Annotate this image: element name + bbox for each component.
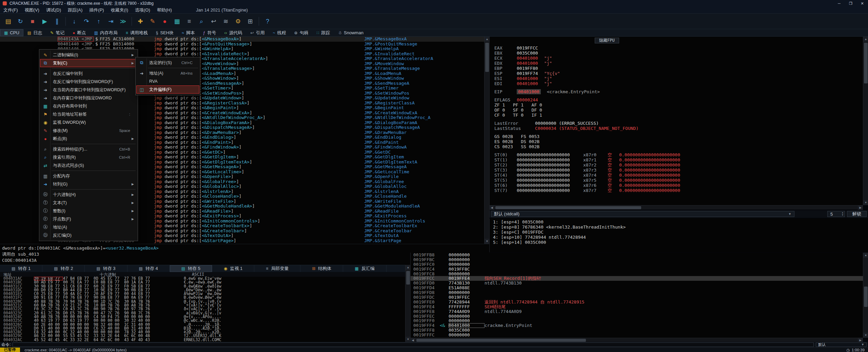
- disasm-scrollbar[interactable]: ▲ ▼: [484, 37, 489, 244]
- fpu-register-row[interactable]: ST(2) 00000000000000000000 x87r2 空 0.000…: [494, 162, 863, 168]
- view-tab[interactable]: ‹› 源代码: [220, 29, 246, 36]
- fpu-register-row[interactable]: ST(6) 00000000000000000000 x87r6 空 0.000…: [494, 183, 863, 188]
- menu-item[interactable]: 调试(D): [43, 7, 64, 13]
- register-row-eflags[interactable]: EFLAGS 00000244: [494, 97, 863, 102]
- submenu-item[interactable]: ➜ 地址(A) Alt+Ins: [136, 69, 199, 77]
- menu-item[interactable]: 选项(O): [132, 7, 154, 13]
- view-tab[interactable]: ▥ 内存布局: [90, 29, 121, 36]
- scroll-thumb[interactable]: [406, 271, 410, 285]
- view-tab[interactable]: ≡ 调用堆栈: [122, 29, 152, 36]
- context-menu-item[interactable]: ⇄ 与表达式同步(S) ▶: [40, 161, 137, 170]
- toolbar-button[interactable]: ↷: [81, 16, 92, 27]
- toolbar-button[interactable]: ▦: [171, 16, 183, 27]
- dump-tab[interactable]: ▤ 转存 5: [170, 265, 212, 272]
- stack-row[interactable]: 0019FFFC 00000000: [411, 333, 863, 337]
- toolbar-button[interactable]: [259, 17, 259, 26]
- scroll-up-icon[interactable]: ▲: [863, 37, 868, 42]
- fpu-register-row[interactable]: ST(0) 00000000000000000000 x87r0 空 0.000…: [494, 152, 863, 157]
- minimize-button[interactable]: ─: [833, 0, 845, 7]
- scroll-right-icon[interactable]: ▶: [858, 206, 863, 210]
- view-tab[interactable]: ≈ 脚本: [178, 29, 199, 36]
- dump-tab[interactable]: ▦ 反汇编: [343, 265, 386, 272]
- register-row[interactable]: ESI 00401000 "j": [494, 76, 863, 81]
- maximize-button[interactable]: ❐: [845, 0, 856, 7]
- context-menu-item[interactable]: Ⓕ 浮点数(F) ▶: [40, 215, 137, 223]
- dump-tab[interactable]: ▤ 转存 2: [42, 265, 85, 272]
- toolbar-button[interactable]: ⌕: [196, 16, 207, 27]
- menu-item[interactable]: 插件(P): [86, 7, 107, 13]
- context-menu-item[interactable]: ⌕ 搜索四种特征(F)... Ctrl+B ▶: [40, 145, 137, 153]
- context-menu-item[interactable]: ● 断点(B) ▶: [40, 135, 137, 143]
- argument-row[interactable]: 5: [esp+14] 0035C000: [493, 240, 868, 245]
- registers-hscrollbar[interactable]: ◀ ▶: [489, 205, 863, 210]
- context-menu-item[interactable]: ✎ 修改(M) Space ▶: [40, 126, 137, 135]
- fpu-register-row[interactable]: ST(1) 00000000000000000000 x87r1 空 0.000…: [494, 157, 863, 162]
- scroll-down-icon[interactable]: ▼: [406, 337, 411, 342]
- flag-row[interactable]: OF 0 SF 0 DF 0: [494, 107, 863, 113]
- stack-row[interactable]: 0019FFE8 7744A0D9 ntdll.7744A0D9: [411, 309, 863, 314]
- stack-row[interactable]: 0019FFDC 0019FFEC: [411, 295, 863, 300]
- toolbar-button[interactable]: ∥: [51, 16, 63, 27]
- toolbar-button[interactable]: ⊞: [244, 16, 256, 27]
- stack-row[interactable]: 0019FFD0 7743B130 ntdll.7743B130: [411, 281, 863, 286]
- fpu-register-row[interactable]: ST(5) 00000000000000000000 x87r5 空 0.000…: [494, 178, 863, 183]
- stack-row[interactable]: 0019FFC4 0019FF8C: [411, 267, 863, 272]
- dump-tab[interactable]: ≡ 局部变量: [254, 265, 300, 272]
- dump-tab[interactable]: ⊞ 结构体: [300, 265, 343, 272]
- context-menu-item[interactable]: ➜ 转到(G) ▶: [40, 180, 137, 188]
- register-row[interactable]: EDI 00401000 "j": [494, 81, 863, 86]
- fpu-register-row[interactable]: ST(3) 00000000000000000000 x87r3 空 0.000…: [494, 168, 863, 173]
- register-row[interactable]: EDX 00401000 "j": [494, 61, 863, 66]
- fpu-register-row[interactable]: ST(4) 00000000000000000000 x87r4 空 0.000…: [494, 173, 863, 178]
- toolbar-button[interactable]: ↻: [15, 16, 26, 27]
- segment-row[interactable]: GS 002B FS 0053: [494, 134, 863, 139]
- argument-row[interactable]: 4: [esp+10] 77428944 ntdll.77428944: [493, 235, 868, 240]
- menu-item[interactable]: 帮助(H): [154, 7, 175, 13]
- stack-row[interactable]: 0019FFBC 00000000: [411, 257, 863, 262]
- disasm-row[interactable]: 0040143A <JMP.&MessageBoxA> $ FF25 AC314…: [0, 37, 484, 42]
- dump-tab[interactable]: ▤ 转存 1: [0, 265, 42, 272]
- stack-row[interactable]: 0019FFF4 <& 00401000 crackme.EntryPoint: [411, 323, 863, 328]
- stack-row[interactable]: 0019FFE4 FFFFFFFF SEH链结尾: [411, 305, 863, 309]
- registers-scrollbar[interactable]: ▲ ▼: [863, 37, 868, 205]
- stack-row[interactable]: 0019FFD4 E51A088E: [411, 286, 863, 290]
- dump-scrollbar[interactable]: ▲ ▼: [405, 265, 410, 342]
- command-parser-select[interactable]: 默认▼: [816, 343, 867, 347]
- menu-item[interactable]: 视图(V): [21, 7, 43, 13]
- scroll-down-icon[interactable]: ▼: [863, 200, 868, 205]
- stack-row[interactable]: 0019FFF0 00000000: [411, 318, 863, 323]
- toolbar-button[interactable]: ▶: [39, 16, 51, 27]
- register-row[interactable]: ESP 0019FF74 "Yç{v": [494, 71, 863, 76]
- argument-row[interactable]: 2: [esp+8] 76786340 <kernel32.BaseThread…: [493, 224, 868, 230]
- view-tab[interactable]: ▤ 日志: [23, 29, 46, 36]
- dump-tab[interactable]: ▤ 转存 4: [127, 265, 170, 272]
- scroll-up-icon[interactable]: ▲: [863, 253, 868, 258]
- context-menu-item[interactable]: Ⓘ 整数(I) ▶: [40, 207, 137, 215]
- context-menu-item[interactable]: ➜ 在反汇编中转到指定DWORD(F) ▶: [40, 78, 137, 86]
- spin-up-icon[interactable]: ▲: [842, 212, 844, 214]
- context-menu-item[interactable]: Ⓗ 十六进制(H) ▶: [40, 191, 137, 199]
- context-menu-item[interactable]: ▦ 在内存布局中转到 ▶: [40, 102, 137, 110]
- unlock-button[interactable]: 解锁: [847, 211, 867, 217]
- stack-row[interactable]: 0019FFF8 0035C000: [411, 328, 863, 333]
- disasm-row[interactable]: 00401440 <JMP.&PostQuitMessage> $ FF25 B…: [0, 42, 484, 47]
- toolbar-button[interactable]: ✚: [135, 16, 146, 27]
- stack-row[interactable]: 0019FFEC 00000000: [411, 314, 863, 319]
- stack-row[interactable]: 0019FFD8 00000000: [411, 290, 863, 295]
- argument-row[interactable]: 3: [esp+C] 0019FFDC: [493, 230, 868, 235]
- view-tab[interactable]: ↩ 引用: [246, 29, 269, 36]
- dump-tab[interactable]: ◉ 监视 1: [212, 265, 254, 272]
- view-tab[interactable]: ▦ CPU: [0, 29, 23, 36]
- stack-row[interactable]: 0019FFC8 00000000: [411, 272, 863, 276]
- argument-row[interactable]: 1: [esp+4] 0035C000: [493, 219, 868, 224]
- toolbar-button[interactable]: ↓: [68, 16, 80, 27]
- toolbar-button[interactable]: ≡: [183, 16, 195, 27]
- stack-row[interactable]: 0019FFCC 0019FFE4 指向SEH_Record[1]的指针: [411, 276, 863, 281]
- view-tab[interactable]: ✎ 笔记: [46, 29, 68, 36]
- scroll-up-icon[interactable]: ▲: [485, 37, 490, 42]
- fpu-register-row[interactable]: ST(7) 00000000000000000000 x87r7 空 0.000…: [494, 188, 863, 193]
- toolbar-button[interactable]: ↑: [93, 16, 104, 27]
- close-button[interactable]: ✕: [856, 0, 868, 7]
- flag-row[interactable]: ZF 1 PF 1 AF 0: [494, 102, 863, 107]
- register-row[interactable]: EAX 0019FFCC: [494, 45, 863, 51]
